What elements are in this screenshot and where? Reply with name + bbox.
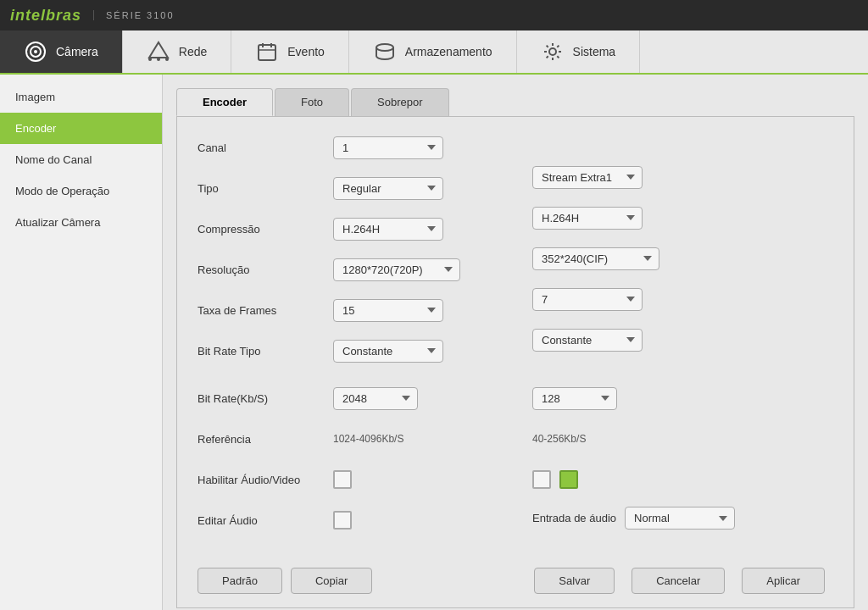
bitrate-val-label: Bit Rate(Kb/S) <box>198 392 333 405</box>
bottom-left: Bit Rate(Kb/S) 2048 512 1024 4096 <box>198 385 498 547</box>
tipo-row: Tipo Regular Fluent <box>198 175 498 202</box>
canal-row: Canal 1 2 3 4 <box>198 134 498 161</box>
serie-label: SÉRIE 3100 <box>93 10 175 20</box>
editar-audio-checkbox[interactable] <box>333 511 352 530</box>
nav-sistema[interactable]: Sistema <box>517 30 641 73</box>
bottom-right: 128 64 256 512 40-256Kb/S <box>532 385 833 547</box>
bitrate-tipo-select[interactable]: Constante Variável <box>333 340 443 363</box>
svg-point-5 <box>148 58 152 61</box>
tab-sobrepor[interactable]: Sobrepor <box>351 88 448 116</box>
padrao-button[interactable]: Padrão <box>198 568 282 594</box>
nav-armazenamento-label: Armazenamento <box>405 45 492 58</box>
referencia-right-value: 40-256Kb/S <box>532 433 586 445</box>
right-buttons: Salvar Cancelar Aplicar <box>534 568 833 594</box>
compressao-right-select[interactable]: H.264H H.264 H.265 <box>532 207 643 230</box>
editar-audio-row: Editar Áudio <box>198 507 498 534</box>
evento-icon <box>255 40 279 64</box>
bitrate-val-select[interactable]: 2048 512 1024 4096 <box>333 387 418 410</box>
cancelar-button[interactable]: Cancelar <box>632 568 725 594</box>
sidebar-item-nome-canal[interactable]: Nome do Canal <box>0 144 162 175</box>
resolucao-right-row: 352*240(CIF) 704*480(D1) <box>532 245 833 272</box>
nav-evento-label: Evento <box>287 45 325 58</box>
svg-point-12 <box>549 48 556 55</box>
bitrate-tipo-right-control: Constante Variável <box>532 329 643 352</box>
sistema-icon <box>541 40 565 64</box>
canal-select[interactable]: 1 2 3 4 <box>333 136 443 159</box>
nav-armazenamento[interactable]: Armazenamento <box>349 30 517 73</box>
nav-camera[interactable]: Câmera <box>0 30 123 73</box>
svg-point-11 <box>376 44 393 51</box>
entrada-audio-label: Entrada de áudio <box>532 512 616 524</box>
taxa-frames-control: 15 10 20 25 30 <box>333 299 443 322</box>
habilitar-audio-checkbox-left[interactable] <box>333 470 352 489</box>
tab-content-encoder: Canal 1 2 3 4 Tipo <box>176 116 854 608</box>
bitrate-tipo-row: Bit Rate Tipo Constante Variável <box>198 337 498 364</box>
svg-point-2 <box>34 50 37 53</box>
bottom-section: Bit Rate(Kb/S) 2048 512 1024 4096 <box>198 385 833 547</box>
tab-encoder[interactable]: Encoder <box>176 88 273 116</box>
form-col-left: Canal 1 2 3 4 Tipo <box>198 134 498 378</box>
canal-label: Canal <box>198 141 333 154</box>
bitrate-right-row: 128 64 256 512 <box>532 385 833 412</box>
bitrate-val-row: Bit Rate(Kb/S) 2048 512 1024 4096 <box>198 385 498 412</box>
resolucao-label: Resolução <box>198 263 333 276</box>
taxa-frames-row: Taxa de Frames 15 10 20 25 30 <box>198 297 498 324</box>
habilitar-audio-right-row <box>532 466 833 493</box>
tab-foto[interactable]: Foto <box>275 88 349 116</box>
bitrate-tipo-label: Bit Rate Tipo <box>198 345 333 358</box>
editar-audio-label: Editar Áudio <box>198 514 333 527</box>
sidebar-item-atualizar-camera[interactable]: Atualizar Câmera <box>0 207 162 238</box>
compressao-select[interactable]: H.264H H.264 H.265 <box>333 218 443 241</box>
habilitar-audio-checkbox-right1[interactable] <box>532 470 551 489</box>
entrada-audio-row: Entrada de áudio Normal Linha <box>532 507 833 530</box>
stream-row: Stream Extra1 Stream Extra2 <box>532 164 833 191</box>
habilitar-audio-checkbox-right2[interactable] <box>559 470 578 489</box>
taxa-frames-select[interactable]: 15 10 20 25 30 <box>333 299 443 322</box>
entrada-audio-select[interactable]: Normal Linha <box>625 507 735 530</box>
habilitar-audio-label: Habilitar Áudio/Video <box>198 474 333 486</box>
resolucao-control: 1280*720(720P) 1920*1080(1080P) 704*480(… <box>333 258 460 281</box>
taxa-frames-right-select[interactable]: 7 5 10 15 <box>532 288 643 311</box>
referencia-right-row: 40-256Kb/S <box>532 425 833 452</box>
referencia-label: Referência <box>198 433 333 446</box>
bitrate-right-select[interactable]: 128 64 256 512 <box>532 387 617 410</box>
taxa-frames-right-control: 7 5 10 15 <box>532 288 643 311</box>
sidebar-item-imagem[interactable]: Imagem <box>0 81 162 113</box>
compressao-right-control: H.264H H.264 H.265 <box>532 207 643 230</box>
referencia-value: 1024-4096Kb/S <box>333 433 403 445</box>
stream-select[interactable]: Stream Extra1 Stream Extra2 <box>532 166 643 189</box>
resolucao-select[interactable]: 1280*720(720P) 1920*1080(1080P) 704*480(… <box>333 258 460 281</box>
referencia-row: Referência 1024-4096Kb/S <box>198 425 498 452</box>
resolucao-right-select[interactable]: 352*240(CIF) 704*480(D1) <box>532 247 659 270</box>
tipo-control: Regular Fluent <box>333 177 443 200</box>
main-layout: Imagem Encoder Nome do Canal Modo de Ope… <box>0 75 868 610</box>
canal-control: 1 2 3 4 <box>333 136 443 159</box>
copiar-button[interactable]: Copiar <box>291 568 372 594</box>
sidebar-item-encoder[interactable]: Encoder <box>0 113 162 144</box>
sidebar-item-modo-operacao[interactable]: Modo de Operação <box>0 175 162 207</box>
nav-rede[interactable]: Rede <box>123 30 231 73</box>
svg-point-6 <box>165 58 169 61</box>
content-area: Encoder Foto Sobrepor Canal <box>163 75 868 610</box>
navbar: Câmera Rede Evento <box>0 30 868 75</box>
compressao-control: H.264H H.264 H.265 <box>333 218 443 241</box>
header: intelbras SÉRIE 3100 <box>0 0 868 30</box>
nav-sistema-label: Sistema <box>573 45 616 58</box>
stream-control: Stream Extra1 Stream Extra2 <box>532 166 643 189</box>
form-section-main: Canal 1 2 3 4 Tipo <box>198 134 833 378</box>
tipo-select[interactable]: Regular Fluent <box>333 177 443 200</box>
svg-marker-3 <box>149 42 168 58</box>
nav-evento[interactable]: Evento <box>231 30 349 73</box>
logo: intelbras <box>10 7 81 25</box>
tab-bar: Encoder Foto Sobrepor <box>176 88 854 116</box>
bitrate-tipo-right-select[interactable]: Constante Variável <box>532 329 643 352</box>
svg-point-4 <box>157 58 160 61</box>
nav-rede-label: Rede <box>179 45 207 58</box>
aplicar-button[interactable]: Aplicar <box>742 568 825 594</box>
taxa-frames-right-row: 7 5 10 15 <box>532 286 833 313</box>
bitrate-right-control: 128 64 256 512 <box>532 387 617 410</box>
svg-rect-7 <box>259 45 275 60</box>
salvar-button[interactable]: Salvar <box>534 568 615 594</box>
taxa-frames-label: Taxa de Frames <box>198 304 333 317</box>
camera-icon <box>24 40 47 64</box>
